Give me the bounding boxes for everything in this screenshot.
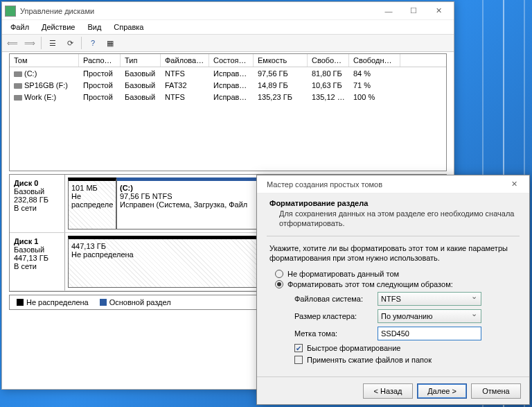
back-icon[interactable]: ⟸ [5,36,20,50]
volume-list-header: Том Располо... Тип Файловая с... Состоян… [10,54,446,67]
volume-label-label: Метка тома: [294,329,378,338]
radio-no-format-label: Не форматировать данный том [287,270,399,278]
cluster-select[interactable]: По умолчанию [378,309,481,323]
menubar: Файл Действие Вид Справка [2,20,454,34]
radio-icon [275,280,283,288]
menu-help[interactable]: Справка [108,21,149,33]
wizard-close-button[interactable]: ✕ [502,177,526,192]
compression-checkbox[interactable]: Применять сжатие файлов и папок [294,356,517,364]
table-row[interactable]: SP16GB (F:)ПростойБазовыйFAT32Исправен..… [10,79,446,91]
close-button[interactable]: ✕ [426,3,451,19]
menu-file[interactable]: Файл [5,21,35,33]
radio-no-format[interactable]: Не форматировать данный том [275,270,517,278]
wizard-window: Мастер создания простых томов ✕ Форматир… [256,175,530,405]
legend-unallocated-label: Не распределена [26,298,89,306]
col-layout[interactable]: Располо... [79,54,121,67]
partition[interactable]: 447,13 ГБНе распределена [68,236,283,288]
table-row[interactable]: (C:)ПростойБазовыйNTFSИсправен...97,56 Г… [10,67,446,79]
col-freepct[interactable]: Свободно % [349,54,400,67]
legend-primary-label: Основной раздел [109,298,171,306]
volume-icon [14,83,22,89]
volume-icon [14,95,22,101]
back-button[interactable]: < Назад [363,383,413,399]
col-fs[interactable]: Файловая с... [161,54,209,67]
table-row[interactable]: Work (E:)ПростойБазовыйNTFSИсправен...13… [10,91,446,103]
legend-primary-swatch [100,299,107,306]
quick-format-checkbox[interactable]: ✔ Быстрое форматирование [294,344,517,352]
disk-label: Диск 1Базовый447,13 ГБВ сети [10,233,65,291]
filesystem-select[interactable]: NTFS [378,292,481,306]
filesystem-label: Файловая система: [294,295,378,303]
view-top-icon[interactable]: ☰ [45,36,60,50]
compression-label: Применять сжатие файлов и папок [307,356,432,364]
maximize-button[interactable]: ☐ [401,3,426,19]
volume-label-input[interactable] [378,327,481,340]
main-titlebar[interactable]: Управление дисками — ☐ ✕ [2,2,454,20]
refresh-icon[interactable]: ⟳ [62,36,78,50]
forward-icon[interactable]: ⟹ [22,36,37,50]
window-title: Управление дисками [20,7,376,15]
wizard-prompt: Укажите, хотите ли вы форматировать этот… [269,243,517,263]
col-type[interactable]: Тип [121,54,161,67]
next-button[interactable]: Далее > [417,383,467,399]
partition[interactable]: 101 МБНе распределе [68,177,116,230]
radio-do-format[interactable]: Форматировать этот том следующим образом… [275,280,517,288]
wizard-title: Мастер создания простых томов [267,180,502,189]
volume-list[interactable]: Том Располо... Тип Файловая с... Состоян… [9,53,447,171]
checkbox-icon: ✔ [294,344,303,352]
wizard-heading: Форматирование раздела [269,199,517,207]
app-icon [5,6,16,17]
col-volume[interactable]: Том [10,54,79,67]
col-free[interactable]: Свобод... [308,54,349,67]
view-bottom-icon[interactable]: ▦ [103,36,118,50]
col-status[interactable]: Состояние [209,54,254,67]
toolbar: ⟸ ⟹ ☰ ⟳ ? ▦ [2,34,454,52]
checkbox-icon [294,356,303,364]
wizard-subheading: Для сохранения данных на этом разделе ег… [279,209,517,229]
cluster-label: Размер кластера: [294,312,378,320]
quick-format-label: Быстрое форматирование [307,344,400,352]
cancel-button[interactable]: Отмена [471,383,521,399]
menu-action[interactable]: Действие [36,21,80,33]
menu-view[interactable]: Вид [82,21,107,33]
radio-do-format-label: Форматировать этот том следующим образом… [287,280,453,288]
col-capacity[interactable]: Емкость [254,54,308,67]
minimize-button[interactable]: — [376,3,401,19]
radio-icon [275,270,283,278]
volume-icon [14,71,22,77]
legend-unallocated-swatch [17,299,24,306]
wizard-titlebar[interactable]: Мастер создания простых томов ✕ [257,175,529,193]
help-icon[interactable]: ? [85,36,100,50]
disk-label: Диск 0Базовый232,88 ГБВ сети [10,175,65,232]
